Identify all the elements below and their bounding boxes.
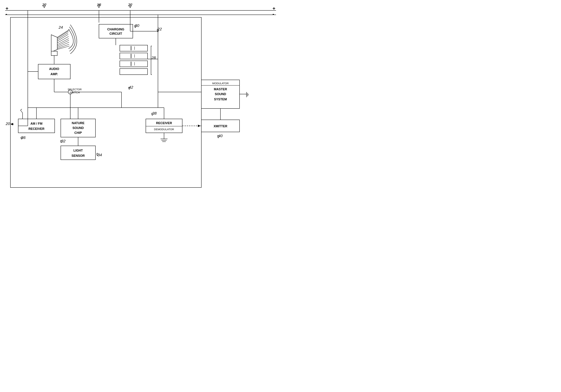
nature-sound-label1: NATURE — [72, 121, 85, 125]
ref-34: 34 — [98, 153, 102, 157]
master-sound-label1: MASTER — [214, 87, 227, 91]
minus-right: - — [272, 11, 274, 17]
svg-rect-34 — [120, 53, 148, 59]
minus-left: - — [6, 11, 7, 17]
light-sensor-label2: SENSOR — [72, 154, 85, 157]
xmitter-label: XMITTER — [214, 124, 227, 128]
charging-circuit-label2: CIRCUIT — [109, 32, 122, 35]
svg-rect-60 — [146, 119, 182, 133]
ref-24: 24 — [58, 25, 63, 30]
ref-22-2: 22 — [128, 3, 132, 7]
demodulator-label: DEMODULATOR — [154, 128, 174, 131]
ref-40: 40 — [218, 134, 223, 138]
svg-rect-2 — [11, 17, 201, 187]
plus-right: + — [272, 6, 275, 11]
svg-rect-40 — [120, 69, 148, 75]
audio-amp-label: AUDIO — [49, 67, 59, 71]
ref-38: 38 — [152, 111, 157, 115]
svg-rect-31 — [120, 45, 148, 51]
nature-sound-label3: CHIP — [74, 131, 82, 135]
amfm-label2: RECEIVER — [29, 127, 44, 131]
modulator-label: MODULATOR — [212, 82, 229, 85]
ref-20: 20 — [6, 121, 10, 126]
ref-18: 18 — [97, 3, 101, 7]
svg-rect-22 — [51, 51, 57, 55]
ref-22-1: 22 — [42, 3, 46, 7]
charging-circuit-label1: CHARGING — [107, 28, 124, 31]
master-sound-label2: SOUND — [215, 92, 226, 96]
plus-left: + — [6, 6, 8, 11]
amfm-label1: AM / FM — [31, 122, 43, 125]
master-sound-label3: SYSTEM — [214, 98, 227, 101]
selector-switch-label2: SWITCH — [69, 91, 80, 94]
svg-rect-24 — [38, 64, 70, 79]
svg-rect-37 — [120, 61, 148, 67]
circuit-diagram: + + - - 20 22 18 22 22 24 26 — [0, 0, 280, 196]
svg-rect-28 — [99, 24, 133, 38]
svg-rect-74 — [61, 146, 96, 160]
light-sensor-label1: LIGHT — [73, 149, 83, 152]
audio-amp-label2: AMP. — [51, 72, 58, 76]
receiver-label: RECEIVER — [156, 121, 172, 125]
nature-sound-label2: SOUND — [72, 126, 84, 130]
selector-switch-label1: SELECTOR — [68, 88, 82, 91]
ref-28: 28 — [151, 55, 156, 60]
svg-marker-11 — [51, 35, 57, 52]
